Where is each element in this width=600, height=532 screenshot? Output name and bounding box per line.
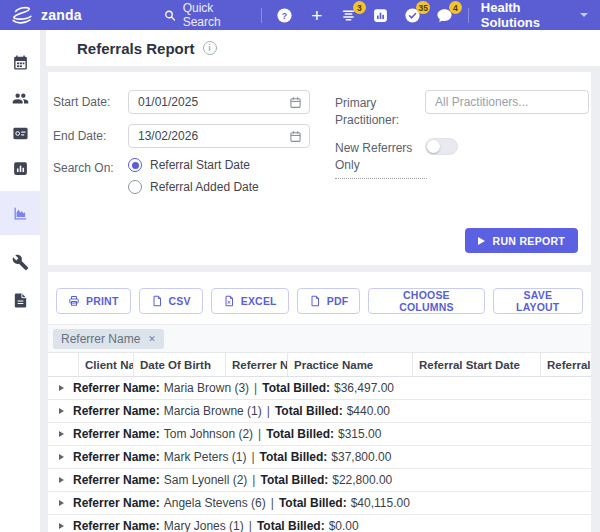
group-chip-referrer-name[interactable]: Referrer Name ✕: [53, 329, 164, 349]
print-button[interactable]: PRINT: [56, 288, 131, 314]
new-referrers-only-label: New Referrers Only: [335, 140, 427, 179]
row-referrer-value: Angela Stevens (6): [164, 496, 266, 510]
new-referrers-only-toggle[interactable]: [425, 138, 458, 155]
group-row[interactable]: Referrer Name: Sam Lyonell (2) | Total B…: [48, 469, 591, 492]
help-icon: ?: [276, 7, 293, 24]
group-row[interactable]: Referrer Name: Marcia Browne (1) | Total…: [48, 400, 591, 423]
tasks-button[interactable]: 35: [402, 4, 424, 26]
column-header-expander: [48, 353, 78, 376]
group-row[interactable]: Referrer Name: Angela Stevens (6) | Tota…: [48, 492, 591, 515]
row-separator: |: [251, 450, 254, 464]
reports-button[interactable]: [370, 4, 392, 26]
csv-button[interactable]: CSV: [139, 288, 203, 314]
bar-chart-icon: [372, 7, 389, 24]
help-button[interactable]: ?: [274, 4, 296, 26]
row-billed-value: $0.00: [329, 519, 359, 532]
column-header-referrer-name[interactable]: Referrer Na...: [225, 353, 287, 376]
radio-label: Referral Start Date: [150, 158, 250, 172]
quick-search[interactable]: Quick Search: [164, 1, 249, 29]
info-icon[interactable]: i: [203, 41, 217, 55]
end-date-calendar-icon[interactable]: [287, 128, 303, 144]
group-row[interactable]: Referrer Name: Maria Brown (3) | Total B…: [48, 377, 591, 400]
expand-arrow-icon[interactable]: [59, 431, 64, 437]
column-header-referral[interactable]: Referral: [540, 353, 591, 376]
waiting-list-button[interactable]: 3: [338, 4, 360, 26]
group-row[interactable]: Referrer Name: Tom Johnson (2) | Total B…: [48, 423, 591, 446]
radio-referral-added-date[interactable]: Referral Added Date: [128, 180, 259, 194]
row-referrer-value: Sam Lyonell (2): [164, 473, 248, 487]
row-billed-label: Total Billed:: [260, 450, 328, 464]
row-referrer-label: Referrer Name:: [73, 404, 160, 418]
tasks-badge: 35: [416, 1, 429, 14]
row-billed-value: $440.00: [347, 404, 390, 418]
excel-file-icon: [223, 295, 235, 307]
expand-arrow-icon[interactable]: [59, 477, 64, 483]
primary-practitioner-input[interactable]: [425, 90, 589, 114]
start-date-calendar-icon[interactable]: [287, 94, 303, 110]
invoice-card-icon: [12, 125, 29, 142]
sidebar-item-analytics[interactable]: [0, 191, 40, 235]
row-referrer-value: Mark Peters (1): [164, 450, 247, 464]
expand-arrow-icon[interactable]: [59, 408, 64, 414]
save-layout-label: SAVE LAYOUT: [505, 289, 571, 313]
sidebar-item-calendar[interactable]: [0, 47, 40, 77]
pdf-file-icon: [309, 295, 321, 307]
area-chart-icon: [12, 205, 29, 222]
sidebar-item-clients[interactable]: [0, 83, 40, 113]
row-billed-value: $36,497.00: [334, 381, 394, 395]
zanda-logo[interactable]: zanda: [0, 5, 140, 26]
pdf-button[interactable]: PDF: [297, 288, 361, 314]
row-billed-value: $40,115.00: [351, 496, 410, 510]
row-separator: |: [267, 404, 270, 418]
row-billed-label: Total Billed:: [262, 381, 330, 395]
page-title: Referrals Report: [77, 40, 195, 57]
add-new-button[interactable]: +: [306, 4, 328, 26]
column-header-practice-name[interactable]: Practice Name: [287, 353, 412, 376]
excel-label: EXCEL: [241, 295, 277, 307]
left-sidebar: [0, 30, 40, 532]
bar-chart-square-icon: [12, 160, 29, 177]
toggle-knob: [427, 140, 440, 153]
close-icon[interactable]: ✕: [148, 334, 156, 344]
expand-arrow-icon[interactable]: [59, 385, 64, 391]
column-header-date-of-birth[interactable]: Date Of Birth: [133, 353, 225, 376]
row-billed-value: $22,800.00: [332, 473, 392, 487]
page-header: Referrals Report i: [46, 30, 600, 66]
group-row[interactable]: Referrer Name: Mark Peters (1) | Total B…: [48, 446, 591, 469]
waiting-list-badge: 3: [353, 1, 366, 14]
group-row[interactable]: Referrer Name: Mary Jones (1) | Total Bi…: [48, 515, 591, 532]
choose-columns-button[interactable]: CHOOSE COLUMNS: [368, 288, 484, 314]
messages-button[interactable]: 4: [434, 4, 456, 26]
choose-columns-label: CHOOSE COLUMNS: [380, 289, 472, 313]
column-header-client-name[interactable]: Client Na...: [78, 353, 133, 376]
primary-practitioner-label: Primary Practitioner:: [335, 95, 415, 130]
end-date-input[interactable]: [128, 124, 310, 148]
save-layout-button[interactable]: SAVE LAYOUT: [493, 288, 583, 314]
row-referrer-label: Referrer Name:: [73, 519, 160, 532]
grid-rows: Referrer Name: Maria Brown (3) | Total B…: [48, 377, 591, 532]
sidebar-item-documents[interactable]: [0, 285, 40, 315]
zanda-logo-icon: [9, 5, 35, 26]
row-billed-value: $37,800.00: [331, 450, 391, 464]
row-separator: |: [271, 496, 274, 510]
run-report-button[interactable]: RUN REPORT: [465, 228, 578, 253]
account-menu[interactable]: Health Solutions: [481, 0, 588, 30]
excel-button[interactable]: EXCEL: [211, 288, 289, 314]
column-header-referral-start-date[interactable]: Referral Start Date: [412, 353, 540, 376]
search-icon: [164, 9, 176, 22]
row-billed-label: Total Billed:: [260, 473, 328, 487]
expand-arrow-icon[interactable]: [59, 454, 64, 460]
print-label: PRINT: [86, 295, 119, 307]
start-date-input[interactable]: [128, 90, 310, 114]
sidebar-item-reports[interactable]: [0, 153, 40, 183]
row-referrer-value: Maria Brown (3): [164, 381, 249, 395]
search-on-label: Search On:: [53, 161, 114, 175]
radio-referral-start-date[interactable]: Referral Start Date: [128, 158, 250, 172]
expand-arrow-icon[interactable]: [59, 523, 64, 529]
radio-unselected-icon: [128, 180, 142, 194]
sidebar-item-settings[interactable]: [0, 247, 40, 277]
sidebar-item-billing[interactable]: [0, 118, 40, 148]
people-icon: [12, 90, 29, 107]
expand-arrow-icon[interactable]: [59, 500, 64, 506]
csv-file-icon: [151, 295, 163, 307]
